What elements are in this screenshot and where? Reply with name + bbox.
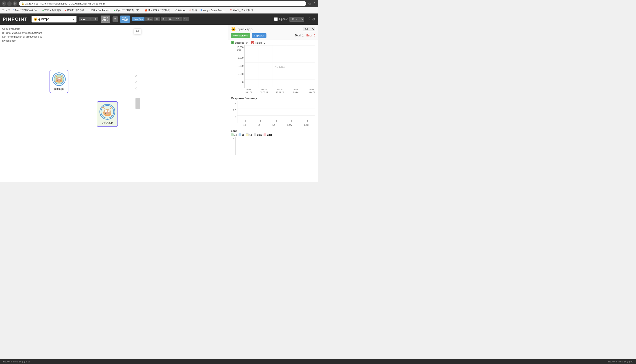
panel-filter[interactable]: All Error Slow bbox=[303, 27, 315, 31]
tab-1d[interactable]: 1d bbox=[183, 17, 189, 21]
was-only-button[interactable]: WAS ONLY bbox=[101, 16, 110, 23]
bookmark-go[interactable]: C Mac下安装Go & Su... bbox=[12, 8, 40, 12]
address-text: 10.39.43.117:8079/#/main/quickapp@TOMCAT… bbox=[25, 2, 106, 5]
apps-icon[interactable]: ⊞ 应用 bbox=[2, 8, 10, 12]
bar-label-4: 0 bbox=[307, 120, 308, 122]
error-label: Error bbox=[306, 34, 312, 37]
main-chart-container: 10,000(ms) 7,500 5,000 2,500 0 bbox=[228, 45, 318, 96]
interval-select[interactable]: 10 sec 30 sec 1 min bbox=[289, 17, 304, 22]
x-label-3: 05-25 19:05:41 bbox=[292, 88, 300, 94]
view-servers-button[interactable]: View Servers bbox=[231, 33, 250, 38]
legend-dot-5s bbox=[246, 134, 249, 136]
more-icon[interactable]: ⋮ bbox=[313, 2, 316, 6]
success-legend[interactable]: Success : 0 bbox=[231, 41, 248, 44]
bookmark-huawei[interactable]: 华 云API_华为云接口... bbox=[229, 8, 256, 12]
x-axis-labels: 05-25 19:01:56 05-25 19:03:11 05-25 19:0… bbox=[231, 88, 315, 94]
edge-icon-2[interactable]: ✕ bbox=[134, 80, 137, 84]
bookmark-confluence-label: 登录 - Confluence bbox=[91, 8, 110, 12]
failed-checkbox[interactable] bbox=[251, 41, 254, 44]
bookmark-tsdb[interactable]: ◆ OpenTSDB首页、文... bbox=[113, 8, 142, 12]
response-chart-area: 0 0 0 0 0 bbox=[237, 101, 315, 123]
tab-6h[interactable]: 6h bbox=[167, 17, 174, 21]
bookmark-home-label: 首页 - 新智超脑 bbox=[44, 8, 62, 12]
tab-3h[interactable]: 3h bbox=[161, 17, 167, 21]
node-count-display: ●●● → 1 → 1 bbox=[79, 17, 98, 21]
failed-label: Failed : 0 bbox=[255, 42, 265, 44]
svg-point-5 bbox=[58, 78, 58, 79]
legend-dot-1s bbox=[231, 134, 234, 136]
response-x-axis: 1s 3s 5s Slow Error bbox=[231, 123, 315, 126]
y-10000: 10,000(ms) bbox=[237, 46, 244, 51]
y-5000: 5,000 bbox=[238, 65, 244, 67]
bookmark-mac[interactable]: 🍎 Mac OS X 下安装使... bbox=[144, 8, 173, 12]
list-view-button[interactable]: ≡ bbox=[113, 16, 118, 22]
legend-label-error: Error bbox=[267, 134, 272, 136]
x-label-0: 05-25 19:01:56 bbox=[244, 88, 252, 94]
quickapp-server-node-box[interactable]: quickapp bbox=[97, 101, 118, 127]
success-checkbox[interactable] bbox=[231, 41, 234, 44]
load-y-axis: 1 bbox=[231, 137, 235, 155]
dropdown-arrow: ▼ bbox=[73, 18, 75, 20]
app-selector[interactable]: 🐱 quickapp ▼ bbox=[32, 16, 77, 22]
no-data-label: No Data bbox=[275, 65, 285, 68]
svg-point-6 bbox=[60, 78, 61, 79]
quickapp-main-node-box[interactable]: quickapp bbox=[50, 70, 69, 93]
star-icon[interactable]: ☆ bbox=[308, 2, 311, 6]
refresh-button[interactable]: ↻ bbox=[13, 1, 17, 6]
y-7500: 7,500 bbox=[238, 57, 244, 59]
header-icons: ? ⚙ bbox=[308, 17, 315, 21]
bookmark-come[interactable]: ● COME门户系统 bbox=[64, 8, 85, 12]
main-layout: GoJS evaluation (c) 1998-2016 Northwoods… bbox=[0, 25, 318, 182]
update-checkbox[interactable] bbox=[274, 17, 278, 21]
response-x-3s: 3s bbox=[258, 124, 260, 126]
legend-label-slow: Slow bbox=[257, 134, 262, 136]
tab-20m[interactable]: 20m bbox=[145, 17, 153, 21]
svg-point-14 bbox=[108, 110, 109, 111]
svg-point-15 bbox=[106, 112, 109, 114]
chart-legend: Success : 0 Failed : 0 bbox=[228, 40, 318, 45]
load-chart-svg bbox=[236, 137, 315, 155]
y-2500: 2,500 bbox=[238, 73, 244, 75]
bookmark-kong[interactable]: K Kong - Open-Sourc... bbox=[200, 8, 227, 12]
tab-last5m[interactable]: Last 5m 2d bbox=[132, 17, 145, 21]
bookmark-k8s[interactable]: ⬡ k8sdoc bbox=[174, 8, 187, 12]
tab-1h[interactable]: 1h bbox=[154, 17, 160, 21]
back-button[interactable]: ← bbox=[2, 1, 6, 6]
tab-12h[interactable]: 12h bbox=[174, 17, 182, 21]
response-summary-title: Response Summary bbox=[228, 96, 318, 101]
bookmark-go-label: Mac下安装Go & Su... bbox=[15, 8, 39, 12]
app-name-display: quickapp bbox=[38, 18, 49, 21]
edge-icon-3[interactable]: ✕ bbox=[134, 86, 137, 91]
total-stat: Total 1 bbox=[295, 34, 304, 37]
svg-point-13 bbox=[106, 110, 107, 111]
quickapp-main-icon bbox=[52, 72, 66, 86]
collapse-panel-button[interactable]: › bbox=[136, 98, 140, 109]
settings-icon[interactable]: ⚙ bbox=[312, 17, 315, 21]
bookmark-mail[interactable]: ✉ 邮箱 bbox=[189, 8, 198, 12]
inspector-button[interactable]: Inspector bbox=[252, 33, 266, 38]
success-label: Success : 0 bbox=[235, 42, 248, 44]
bookmark-confluence[interactable]: ✦ 登录 - Confluence bbox=[87, 8, 111, 12]
response-y-05: 0.5 bbox=[233, 109, 236, 112]
quickapp-main-node[interactable]: quickapp bbox=[50, 70, 69, 93]
address-bar[interactable]: 🔒 10.39.43.117:8079/#/main/quickapp@TOMC… bbox=[19, 1, 306, 6]
forward-button[interactable]: → bbox=[7, 1, 12, 6]
tomcat-server-icon-svg bbox=[100, 104, 115, 119]
load-section: 1s 3s 5s Slow Error bbox=[228, 134, 318, 155]
main-chart-wrapper: 10,000(ms) 7,500 5,000 2,500 0 bbox=[231, 45, 315, 88]
failed-legend[interactable]: Failed : 0 bbox=[251, 41, 265, 44]
help-icon[interactable]: ? bbox=[308, 17, 310, 21]
bookmark-k8s-label: k8sdoc bbox=[178, 9, 186, 12]
edge-icon-1[interactable]: ✕ bbox=[134, 74, 137, 78]
filter-select[interactable]: All Error Slow bbox=[303, 27, 315, 31]
response-x-5s: 5s bbox=[273, 124, 275, 126]
right-panel: 🐱 quickapp All Error Slow View Servers I… bbox=[228, 25, 318, 182]
response-summary-wrapper: 1 0.5 0 0 0 0 0 0 bbox=[231, 101, 315, 123]
bookmark-home[interactable]: ■ 首页 - 新智超脑 bbox=[42, 8, 62, 12]
panel-stats: Total 1 Error 0 bbox=[295, 34, 315, 37]
update-label: Update bbox=[279, 18, 288, 21]
map-area[interactable]: GoJS evaluation (c) 1998-2016 Northwoods… bbox=[0, 25, 228, 182]
real-time-button[interactable]: REAL TIME bbox=[120, 16, 130, 23]
panel-title-row: 🐱 quickapp All Error Slow bbox=[231, 26, 315, 32]
quickapp-server-node[interactable]: quickapp bbox=[97, 101, 118, 127]
